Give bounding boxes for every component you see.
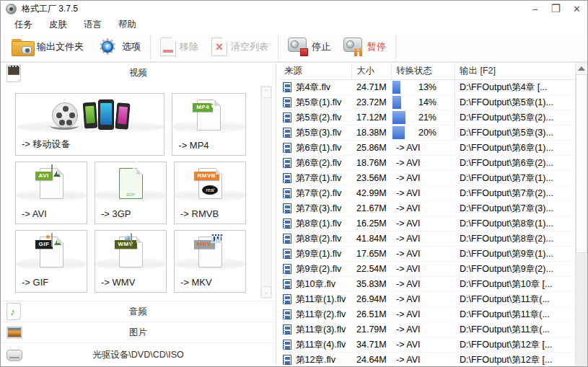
table-row[interactable]: 第4章.flv24.71M13%D:\FFOutput\第4章 [... [280,80,575,95]
video-file-icon [283,128,291,138]
output-folder-button[interactable]: 输出文件夹 [5,34,90,60]
source-name: 第12章.flv [296,354,335,366]
output-path: D:\FFOutput\第5章(3)... [455,127,575,139]
file-size: 21.79M [352,324,392,335]
minimize-button[interactable]: – [525,1,545,17]
output-path: D:\FFOutput\第11章(... [455,309,575,321]
convert-status: 14% [392,95,455,110]
source-name: 第8章(1).flv [296,218,341,230]
format-factory-window: 格式工厂 3.7.5 – ❒ ✕ 任务 皮肤 语言 帮助 输出文件夹 ⚙ 选项 … [0,0,588,367]
menu-language[interactable]: 语言 [79,17,107,32]
rmvb-file-icon: RMVBreal [175,168,245,199]
output-path: D:\FFOutput\第5章(2)... [455,112,575,124]
video-file-icon [283,203,291,213]
picture-section-icon [6,327,22,339]
target-gif[interactable]: GIF -> GIF [15,230,87,293]
wmv-file-icon: WMV [95,236,166,267]
target-mkv[interactable]: MKV -> MKV [174,230,246,293]
table-row[interactable]: 第11章(1).flv26.94M-> AVID:\FFOutput\第11章(… [280,292,575,307]
app-icon [6,4,17,14]
options-button[interactable]: ⚙ 选项 [90,34,147,60]
table-row[interactable]: 第7章(1).flv23.56M-> AVID:\FFOutput\第7章(1)… [280,171,575,186]
convert-status: -> AVI [392,307,455,322]
disc-drive-icon [6,350,22,361]
column-header-output[interactable]: 输出 [F2] [455,63,575,79]
target-3gp[interactable]: 3GP -> 3GP [95,162,167,224]
convert-status: -> AVI [392,156,455,170]
menu-help[interactable]: 帮助 [113,17,141,32]
section-video[interactable]: 视频 [1,63,276,84]
table-row[interactable]: 第6章(2).flv18.76M-> AVID:\FFOutput\第6章(2)… [280,156,575,171]
table-row[interactable]: 第11章(3).flv21.79M-> AVID:\FFOutput\第11章(… [280,322,575,337]
category-scrollbar[interactable]: ⌃ ⌄ [260,86,272,299]
column-header-source[interactable]: 来源 [280,63,352,79]
stop-button[interactable]: 停止 [281,34,337,60]
table-row[interactable]: 第8章(1).flv16.25M-> AVID:\FFOutput\第8章(1)… [280,216,575,231]
section-audio-label: 音频 [1,306,276,318]
video-targets-panel: -> 移动设备 MP4 -> MP4 AVI [1,84,276,301]
stop-icon [288,37,308,56]
table-row[interactable]: 第9章(1).flv17.65M-> AVID:\FFOutput\第9章(1)… [280,247,575,262]
output-path: D:\FFOutput\第5章(1)... [455,97,575,109]
target-mp4[interactable]: MP4 -> MP4 [172,93,246,156]
pause-button[interactable]: 暂停 [337,34,392,60]
target-wmv[interactable]: WMV -> WMV [95,230,167,293]
clear-list-button[interactable]: × 清空列表 [205,34,275,60]
window-title: 格式工厂 3.7.5 [22,3,78,15]
category-panel: 视频 [1,63,276,367]
table-row[interactable]: 第10章.flv35.83M-> AVID:\FFOutput\第10章 [..… [280,277,575,292]
table-row[interactable]: 第5章(1).flv23.72M14%D:\FFOutput\第5章(1)... [280,95,575,110]
table-row[interactable]: 第6章(1).flv25.86M-> AVID:\FFOutput\第6章(1)… [280,141,575,156]
mkv-file-icon: MKV [175,236,245,267]
target-rmvb[interactable]: RMVBreal -> RMVB [174,162,246,224]
video-file-icon [283,158,291,168]
mobile-devices-icon [16,100,164,131]
table-row[interactable]: 第5章(2).flv17.12M21%D:\FFOutput\第5章(2)... [280,110,575,125]
convert-status: -> AVI [392,231,455,246]
output-path: D:\FFOutput\第7章(2)... [455,187,575,200]
output-path: D:\FFOutput\第6章(1)... [455,142,575,154]
close-button[interactable]: ✕ [566,1,587,17]
table-row[interactable]: 第7章(3).flv21.67M-> AVID:\FFOutput\第7章(3)… [280,201,575,216]
menu-skin[interactable]: 皮肤 [44,17,72,32]
table-row[interactable]: 第12章.flv24.64M-> AVID:\FFOutput\第12章 [..… [280,353,575,367]
progress-percent: 20% [418,128,436,138]
menu-task[interactable]: 任务 [9,17,38,32]
column-header-size[interactable]: 大小 [352,63,392,79]
file-size: 25.86M [352,143,392,153]
target-avi[interactable]: AVI -> AVI [15,162,87,224]
scroll-down-icon[interactable]: ⌄ [261,286,271,298]
maximize-button[interactable]: ❒ [545,1,566,17]
table-row[interactable]: 第7章(2).flv42.99M-> AVID:\FFOutput\第7章(2)… [280,186,575,201]
source-name: 第5章(2).flv [296,112,341,124]
table-scrollbar[interactable] [575,63,587,367]
file-size: 23.72M [352,97,392,107]
title-bar: 格式工厂 3.7.5 – ❒ ✕ [1,1,587,17]
section-rom-device[interactable]: 光驱设备\DVD\CD\ISO [1,342,276,367]
source-name: 第7章(3).flv [296,203,341,215]
scrollbar-thumb[interactable] [576,74,587,253]
task-table: 来源 大小 转换状态 输出 [F2] 第4章.flv24.71M13%D:\FF… [276,63,575,367]
target-mobile-devices[interactable]: -> 移动设备 [15,93,164,156]
table-row[interactable]: 第11章(4).flv34.71M-> AVID:\FFOutput\第12章 … [280,337,575,353]
column-header-status[interactable]: 转换状态 [392,63,455,79]
video-file-icon [283,97,291,107]
section-audio[interactable]: ♪ 音频 [1,301,276,322]
file-size: 17.12M [352,112,392,123]
table-row[interactable]: 第9章(2).flv22.54M-> AVID:\FFOutput\第9章(2)… [280,262,575,277]
section-picture[interactable]: 图片 [1,322,276,342]
video-file-icon [283,309,291,319]
scroll-up-icon[interactable] [576,63,587,74]
remove-icon [160,37,176,56]
remove-button[interactable]: 移除 [154,34,205,60]
source-name: 第5章(3).flv [296,127,341,139]
source-name: 第6章(2).flv [296,157,341,169]
output-path: D:\FFOutput\第11章(... [455,324,575,336]
file-size: 26.51M [352,309,392,319]
video-file-icon [283,355,291,365]
scroll-up-icon[interactable]: ⌃ [261,87,271,98]
file-size: 24.64M [352,355,392,365]
table-row[interactable]: 第8章(2).flv41.84M-> AVID:\FFOutput\第8章(2)… [280,231,575,247]
table-row[interactable]: 第5章(3).flv18.38M20%D:\FFOutput\第5章(3)... [280,125,575,141]
table-row[interactable]: 第11章(2).flv26.51M-> AVID:\FFOutput\第11章(… [280,307,575,322]
